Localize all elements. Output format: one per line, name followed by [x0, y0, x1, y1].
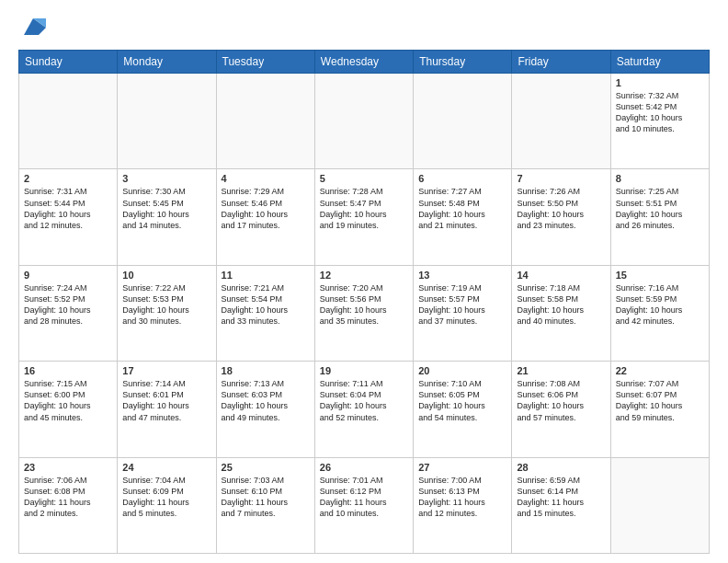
calendar-cell: 26Sunrise: 7:01 AM Sunset: 6:12 PM Dayli… — [314, 457, 413, 553]
day-info: Sunrise: 7:00 AM Sunset: 6:13 PM Dayligh… — [418, 475, 506, 520]
calendar-cell: 6Sunrise: 7:27 AM Sunset: 5:48 PM Daylig… — [414, 169, 512, 265]
calendar-cell — [314, 74, 413, 169]
day-info: Sunrise: 7:14 AM Sunset: 6:01 PM Dayligh… — [122, 378, 210, 423]
calendar-cell: 21Sunrise: 7:08 AM Sunset: 6:06 PM Dayli… — [512, 362, 610, 457]
day-number: 19 — [320, 365, 408, 376]
day-info: Sunrise: 7:22 AM Sunset: 5:53 PM Dayligh… — [122, 282, 210, 327]
calendar-cell: 18Sunrise: 7:13 AM Sunset: 6:03 PM Dayli… — [216, 362, 314, 457]
calendar-table: SundayMondayTuesdayWednesdayThursdayFrid… — [18, 50, 710, 554]
day-info: Sunrise: 7:32 AM Sunset: 5:42 PM Dayligh… — [616, 90, 704, 135]
day-number: 18 — [222, 365, 310, 376]
day-number: 2 — [24, 173, 112, 184]
day-info: Sunrise: 7:15 AM Sunset: 6:00 PM Dayligh… — [24, 378, 112, 423]
calendar-cell: 17Sunrise: 7:14 AM Sunset: 6:01 PM Dayli… — [118, 362, 216, 457]
day-number: 16 — [24, 365, 112, 376]
day-number: 13 — [418, 270, 506, 281]
calendar-cell: 12Sunrise: 7:20 AM Sunset: 5:56 PM Dayli… — [314, 265, 413, 361]
calendar-cell: 11Sunrise: 7:21 AM Sunset: 5:54 PM Dayli… — [216, 265, 314, 361]
calendar-cell: 20Sunrise: 7:10 AM Sunset: 6:05 PM Dayli… — [414, 362, 512, 457]
day-number: 23 — [24, 462, 112, 473]
day-info: Sunrise: 7:07 AM Sunset: 6:07 PM Dayligh… — [616, 378, 704, 423]
calendar-cell: 24Sunrise: 7:04 AM Sunset: 6:09 PM Dayli… — [118, 457, 216, 553]
day-number: 28 — [517, 462, 605, 473]
day-info: Sunrise: 7:16 AM Sunset: 5:59 PM Dayligh… — [616, 282, 704, 327]
weekday-header-saturday: Saturday — [610, 51, 709, 74]
day-info: Sunrise: 7:27 AM Sunset: 5:48 PM Dayligh… — [418, 186, 506, 231]
calendar-week-5: 23Sunrise: 7:06 AM Sunset: 6:08 PM Dayli… — [19, 457, 710, 553]
day-info: Sunrise: 7:24 AM Sunset: 5:52 PM Dayligh… — [24, 282, 112, 327]
day-info: Sunrise: 7:19 AM Sunset: 5:57 PM Dayligh… — [418, 282, 506, 327]
day-info: Sunrise: 7:01 AM Sunset: 6:12 PM Dayligh… — [320, 475, 408, 520]
day-number: 25 — [222, 462, 310, 473]
day-info: Sunrise: 7:04 AM Sunset: 6:09 PM Dayligh… — [122, 475, 210, 520]
calendar-cell: 23Sunrise: 7:06 AM Sunset: 6:08 PM Dayli… — [19, 457, 118, 553]
day-info: Sunrise: 7:03 AM Sunset: 6:10 PM Dayligh… — [222, 475, 310, 520]
day-number: 15 — [616, 270, 704, 281]
day-info: Sunrise: 7:30 AM Sunset: 5:45 PM Dayligh… — [122, 186, 210, 231]
calendar-week-2: 2Sunrise: 7:31 AM Sunset: 5:44 PM Daylig… — [19, 169, 710, 265]
calendar-week-3: 9Sunrise: 7:24 AM Sunset: 5:52 PM Daylig… — [19, 265, 710, 361]
calendar-cell: 3Sunrise: 7:30 AM Sunset: 5:45 PM Daylig… — [118, 169, 216, 265]
calendar-cell: 7Sunrise: 7:26 AM Sunset: 5:50 PM Daylig… — [512, 169, 610, 265]
day-info: Sunrise: 7:18 AM Sunset: 5:58 PM Dayligh… — [517, 282, 605, 327]
page: SundayMondayTuesdayWednesdayThursdayFrid… — [0, 0, 728, 563]
calendar-cell: 28Sunrise: 6:59 AM Sunset: 6:14 PM Dayli… — [512, 457, 610, 553]
day-number: 3 — [122, 173, 210, 184]
day-info: Sunrise: 7:10 AM Sunset: 6:05 PM Dayligh… — [418, 378, 506, 423]
day-info: Sunrise: 7:06 AM Sunset: 6:08 PM Dayligh… — [24, 475, 112, 520]
calendar-cell: 5Sunrise: 7:28 AM Sunset: 5:47 PM Daylig… — [314, 169, 413, 265]
weekday-header-thursday: Thursday — [414, 51, 512, 74]
day-number: 24 — [122, 462, 210, 473]
weekday-header-friday: Friday — [512, 51, 610, 74]
calendar-cell: 22Sunrise: 7:07 AM Sunset: 6:07 PM Dayli… — [610, 362, 709, 457]
day-number: 5 — [320, 173, 408, 184]
calendar-cell — [216, 74, 314, 169]
weekday-header-row: SundayMondayTuesdayWednesdayThursdayFrid… — [19, 51, 710, 74]
day-info: Sunrise: 7:26 AM Sunset: 5:50 PM Dayligh… — [517, 186, 605, 231]
day-number: 27 — [418, 462, 506, 473]
day-info: Sunrise: 6:59 AM Sunset: 6:14 PM Dayligh… — [517, 475, 605, 520]
calendar-cell: 19Sunrise: 7:11 AM Sunset: 6:04 PM Dayli… — [314, 362, 413, 457]
day-number: 11 — [222, 270, 310, 281]
calendar-cell — [414, 74, 512, 169]
calendar-cell: 1Sunrise: 7:32 AM Sunset: 5:42 PM Daylig… — [610, 74, 709, 169]
calendar-cell — [512, 74, 610, 169]
day-info: Sunrise: 7:29 AM Sunset: 5:46 PM Dayligh… — [222, 186, 310, 231]
calendar-cell — [610, 457, 709, 553]
weekday-header-tuesday: Tuesday — [216, 51, 314, 74]
calendar-week-4: 16Sunrise: 7:15 AM Sunset: 6:00 PM Dayli… — [19, 362, 710, 457]
weekday-header-wednesday: Wednesday — [314, 51, 413, 74]
day-info: Sunrise: 7:08 AM Sunset: 6:06 PM Dayligh… — [517, 378, 605, 423]
logo — [18, 15, 46, 40]
calendar-cell — [19, 74, 118, 169]
calendar-cell: 2Sunrise: 7:31 AM Sunset: 5:44 PM Daylig… — [19, 169, 118, 265]
day-info: Sunrise: 7:13 AM Sunset: 6:03 PM Dayligh… — [222, 378, 310, 423]
calendar-cell: 10Sunrise: 7:22 AM Sunset: 5:53 PM Dayli… — [118, 265, 216, 361]
day-info: Sunrise: 7:31 AM Sunset: 5:44 PM Dayligh… — [24, 186, 112, 231]
day-number: 26 — [320, 462, 408, 473]
day-number: 14 — [517, 270, 605, 281]
day-number: 4 — [222, 173, 310, 184]
day-number: 21 — [517, 365, 605, 376]
calendar-cell: 15Sunrise: 7:16 AM Sunset: 5:59 PM Dayli… — [610, 265, 709, 361]
day-number: 7 — [517, 173, 605, 184]
calendar-cell: 13Sunrise: 7:19 AM Sunset: 5:57 PM Dayli… — [414, 265, 512, 361]
day-info: Sunrise: 7:25 AM Sunset: 5:51 PM Dayligh… — [616, 186, 704, 231]
day-number: 6 — [418, 173, 506, 184]
calendar-cell: 27Sunrise: 7:00 AM Sunset: 6:13 PM Dayli… — [414, 457, 512, 553]
calendar-cell — [118, 74, 216, 169]
calendar-cell: 4Sunrise: 7:29 AM Sunset: 5:46 PM Daylig… — [216, 169, 314, 265]
day-number: 10 — [122, 270, 210, 281]
calendar-cell: 8Sunrise: 7:25 AM Sunset: 5:51 PM Daylig… — [610, 169, 709, 265]
day-info: Sunrise: 7:28 AM Sunset: 5:47 PM Dayligh… — [320, 186, 408, 231]
day-number: 22 — [616, 365, 704, 376]
day-number: 8 — [616, 173, 704, 184]
weekday-header-monday: Monday — [118, 51, 216, 74]
day-number: 20 — [418, 365, 506, 376]
day-number: 17 — [122, 365, 210, 376]
calendar-cell: 16Sunrise: 7:15 AM Sunset: 6:00 PM Dayli… — [19, 362, 118, 457]
calendar-cell: 9Sunrise: 7:24 AM Sunset: 5:52 PM Daylig… — [19, 265, 118, 361]
weekday-header-sunday: Sunday — [19, 51, 118, 74]
calendar-cell: 25Sunrise: 7:03 AM Sunset: 6:10 PM Dayli… — [216, 457, 314, 553]
day-info: Sunrise: 7:21 AM Sunset: 5:54 PM Dayligh… — [222, 282, 310, 327]
